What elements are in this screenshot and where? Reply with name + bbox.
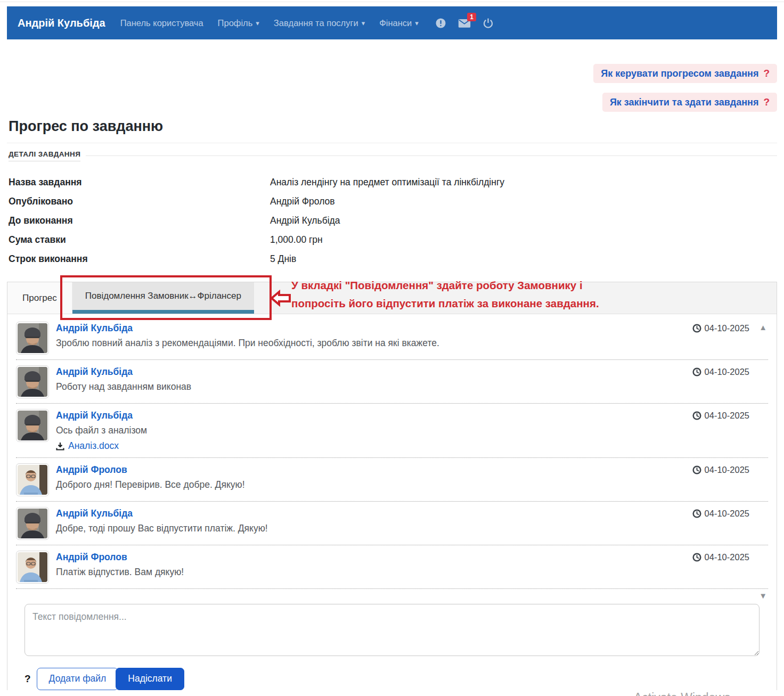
avatar-kulbida[interactable] <box>16 365 49 398</box>
help-link-manage-progress[interactable]: Як керувати прогресом завдання ? <box>593 64 777 83</box>
annotation-text: У вкладкі "Повідомлення" здайте роботу З… <box>291 276 599 313</box>
message-date: 04-10-2025 <box>692 323 749 333</box>
message-author-link[interactable]: Андрій Кульбіда <box>56 323 133 334</box>
message-row: Андрій Фролов Платіж відпустив. Вам дяку… <box>16 545 768 589</box>
message-text: Добре, тоді прошу Вас відпустити платіж.… <box>56 523 268 534</box>
detail-value: Андрій Кульбіда <box>270 215 777 226</box>
message-date: 04-10-2025 <box>692 552 749 562</box>
message-body: Андрій Кульбіда Ось файл з аналізом Анал… <box>56 409 147 453</box>
message-text: Зроблю повний аналіз з рекомендаціями. П… <box>56 338 439 349</box>
messages-list: Андрій Кульбіда Зроблю повний аналіз з р… <box>7 314 777 690</box>
attachment-link[interactable]: Аналіз.docx <box>56 440 119 452</box>
message-date: 04-10-2025 <box>692 411 749 421</box>
tabs-section: У вкладкі "Повідомлення" здайте роботу З… <box>7 282 777 690</box>
scroll-down-icon[interactable]: ▼ <box>759 591 767 600</box>
download-icon <box>56 442 64 451</box>
window-top-edge <box>0 2 784 2</box>
tab-progress[interactable]: Прогрес <box>7 282 72 314</box>
add-file-button[interactable]: Додати файл <box>37 668 119 690</box>
nav-item-tasks[interactable]: Завдання та послуги <box>274 18 365 28</box>
divider <box>7 143 777 143</box>
navbar-icons: 1 <box>435 18 494 29</box>
message-row: Андрій Кульбіда Ось файл з аналізом Анал… <box>16 404 768 458</box>
detail-value: 5 Днів <box>270 253 777 265</box>
avatar-kulbida[interactable] <box>16 507 49 540</box>
unread-messages-badge: 1 <box>467 13 476 21</box>
avatar-frolov[interactable] <box>16 463 49 496</box>
tab-messages[interactable]: Повідомлення Замовник↔Фрілансер <box>72 282 254 314</box>
detail-row-deadline: Строк виконання 5 Днів <box>9 249 777 268</box>
help-link-label: Як керувати прогресом завдання <box>601 68 758 79</box>
detail-label: До виконання <box>9 215 270 226</box>
message-date: 04-10-2025 <box>692 509 749 519</box>
avatar-frolov[interactable] <box>16 551 49 584</box>
help-link-finish-task[interactable]: Як закінчити та здати завдання ? <box>602 93 777 112</box>
task-details-legend: ДЕТАЛІ ЗАВДАННЯ <box>9 150 80 161</box>
message-author-link[interactable]: Андрій Кульбіда <box>56 410 133 421</box>
message-text: Роботу над завданням виконав <box>56 381 191 392</box>
scroll-down-row: ▼ <box>16 589 768 600</box>
composer-help-icon[interactable]: ? <box>24 673 31 685</box>
task-details-legend-row: ДЕТАЛІ ЗАВДАННЯ <box>9 150 777 161</box>
page-title: Прогрес по завданню <box>9 118 777 135</box>
message-text: Платіж відпустив. Вам дякую! <box>56 567 184 578</box>
detail-label: Опубліковано <box>9 196 270 207</box>
detail-value: Андрій Фролов <box>270 196 777 207</box>
detail-value: Аналіз лендінгу на предмет оптимізації т… <box>270 177 777 188</box>
detail-row-name: Назва завдання Аналіз лендінгу на предме… <box>9 173 777 192</box>
message-body: Андрій Кульбіда Роботу над завданням вик… <box>56 365 191 398</box>
message-date-text: 04-10-2025 <box>705 411 749 421</box>
annotation-arrow-icon <box>270 289 292 310</box>
attachment-filename: Аналіз.docx <box>68 440 119 452</box>
question-mark-icon: ? <box>763 68 770 79</box>
scroll-up-icon[interactable]: ▲ <box>759 323 767 332</box>
navbar: Андрій Кульбіда Панель користувача Профі… <box>7 6 777 39</box>
message-row: Андрій Кульбіда Зроблю повний аналіз з р… <box>16 316 768 360</box>
message-date-text: 04-10-2025 <box>705 367 749 377</box>
message-date-text: 04-10-2025 <box>705 323 749 333</box>
send-button[interactable]: Надіслати <box>116 668 184 690</box>
avatar-kulbida[interactable] <box>16 409 49 442</box>
message-row: Андрій Кульбіда Роботу над завданням вик… <box>16 360 768 404</box>
avatar-kulbida[interactable] <box>16 322 49 355</box>
message-date-text: 04-10-2025 <box>705 552 749 562</box>
nav-item-dashboard[interactable]: Панель користувача <box>120 18 203 28</box>
detail-label: Назва завдання <box>9 177 270 188</box>
message-body: Андрій Кульбіда Добре, тоді прошу Вас ві… <box>56 507 268 540</box>
message-date-text: 04-10-2025 <box>705 509 749 519</box>
messages-card: Прогрес Повідомлення Замовник↔Фрілансер … <box>7 282 777 690</box>
message-author-link[interactable]: Андрій Фролов <box>56 464 127 476</box>
nav-item-profile[interactable]: Профіль <box>218 18 259 28</box>
message-body: Андрій Фролов Платіж відпустив. Вам дяку… <box>56 551 184 584</box>
navbar-brand[interactable]: Андрій Кульбіда <box>18 17 105 29</box>
activate-windows-watermark: Activate Windows <box>634 691 731 696</box>
composer <box>24 604 760 658</box>
nav-item-finance[interactable]: Фінанси <box>379 18 419 28</box>
detail-value: 1,000.00 грн <box>270 234 777 245</box>
messages-envelope-icon[interactable]: 1 <box>458 18 471 28</box>
composer-actions: ? Додати файл Надіслати <box>24 668 760 690</box>
message-text: Доброго дня! Перевірив. Все добре. Дякую… <box>56 479 245 490</box>
message-body: Андрій Кульбіда Зроблю повний аналіз з р… <box>56 322 439 355</box>
task-details: Назва завдання Аналіз лендінгу на предме… <box>9 173 777 268</box>
message-row: Андрій Фролов Доброго дня! Перевірив. Вс… <box>16 458 768 502</box>
message-author-link[interactable]: Андрій Фролов <box>56 552 127 563</box>
message-author-link[interactable]: Андрій Кульбіда <box>56 508 133 519</box>
help-link-label: Як закінчити та здати завдання <box>610 97 759 108</box>
detail-row-assignee: До виконання Андрій Кульбіда <box>9 211 777 230</box>
detail-label: Строк виконання <box>9 253 270 265</box>
detail-label: Сума ставки <box>9 234 270 245</box>
message-row: Андрій Кульбіда Добре, тоді прошу Вас ві… <box>16 502 768 545</box>
message-date: 04-10-2025 <box>692 465 749 475</box>
question-mark-icon: ? <box>763 96 770 108</box>
message-body: Андрій Фролов Доброго дня! Перевірив. Вс… <box>56 463 245 496</box>
logout-power-icon[interactable] <box>483 18 494 29</box>
message-text: Ось файл з аналізом <box>56 425 147 436</box>
message-date: 04-10-2025 <box>692 367 749 377</box>
help-links: Як керувати прогресом завдання ? Як закі… <box>7 64 777 112</box>
detail-row-published-by: Опубліковано Андрій Фролов <box>9 192 777 211</box>
message-author-link[interactable]: Андрій Кульбіда <box>56 366 133 378</box>
message-date-text: 04-10-2025 <box>705 465 749 475</box>
message-input[interactable] <box>24 604 760 656</box>
alert-icon[interactable] <box>435 18 446 29</box>
